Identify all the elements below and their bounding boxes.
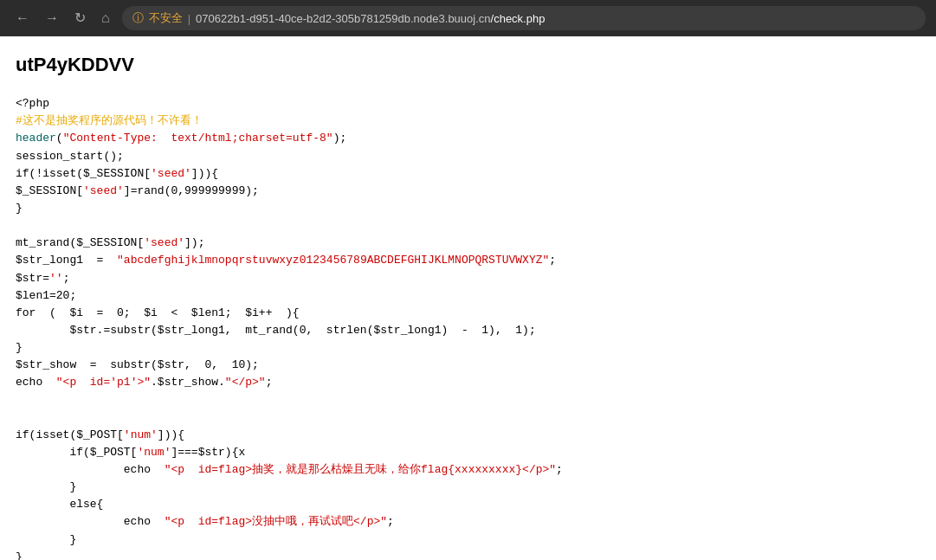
reload-button[interactable]: ↻ <box>69 8 91 29</box>
security-icon: ⓘ <box>132 10 144 26</box>
address-bar[interactable]: ⓘ 不安全 | 070622b1-d951-40ce-b2d2-305b7812… <box>122 6 926 30</box>
security-text: 不安全 <box>149 10 183 26</box>
nav-buttons: ← → ↻ ⌂ <box>10 8 115 29</box>
page-content: utP4yKDDVV <?php #这不是抽奖程序的源代码！不许看！ heade… <box>0 36 936 560</box>
url-domain: 070622b1-d951-40ce-b2d2-305b781259db.nod… <box>196 12 545 25</box>
home-button[interactable]: ⌂ <box>96 8 115 29</box>
url-path: /check.php <box>491 12 545 25</box>
forward-button[interactable]: → <box>40 8 64 29</box>
browser-bar: ← → ↻ ⌂ ⓘ 不安全 | 070622b1-d951-40ce-b2d2-… <box>0 0 936 36</box>
back-button[interactable]: ← <box>10 8 35 29</box>
page-title: utP4yKDDVV <box>16 50 920 80</box>
url-separator: | <box>188 12 190 25</box>
source-code: <?php #这不是抽奖程序的源代码！不许看！ header("Content-… <box>16 95 920 560</box>
